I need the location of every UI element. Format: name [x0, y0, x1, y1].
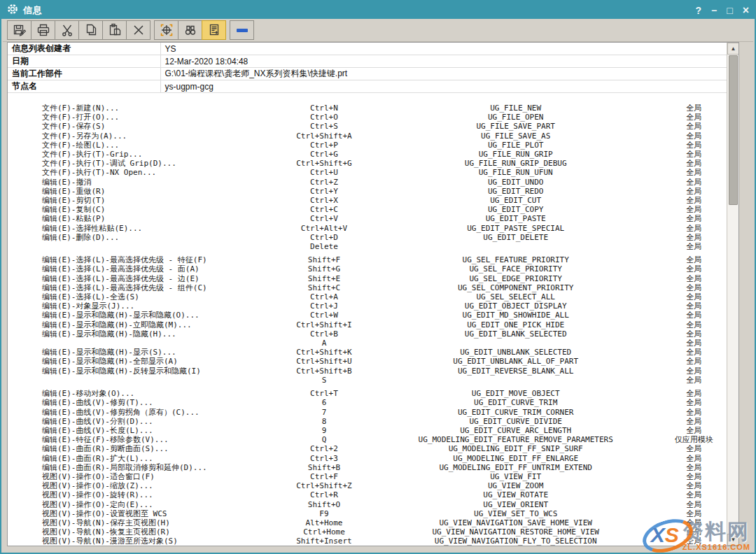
scope-cell: 全局 — [650, 417, 738, 426]
shortcut-key-cell: Ctrl+R — [266, 490, 382, 499]
function-name-cell: UG_FILE_RUN_UFUN — [382, 168, 650, 177]
scope-cell: 全局 — [650, 292, 738, 301]
scope-cell: 全局 — [650, 214, 738, 223]
function-name-cell: UG_EDIT_PASTE_SPECIAL — [382, 224, 650, 233]
menu-path-cell: 文件(F)-执行(T)-NX Open... — [8, 168, 266, 177]
maximize-button[interactable]: □ — [727, 6, 732, 15]
function-name-cell: UG_EDIT_CURVE_TRIM — [382, 398, 650, 407]
info-window: 信息 ? − □ × 信息列表创建者YS日期12-Mar-2020 18:04:… — [0, 0, 756, 554]
function-name-cell: UG_EDIT_UNBLANK_SELECTED — [382, 348, 650, 357]
function-name-cell: UG_EDIT_BLANK_SELECTED — [382, 329, 650, 339]
scope-cell: 全局 — [650, 389, 738, 398]
scope-cell: 全局 — [650, 264, 738, 274]
menu-path-cell: 编辑(E)-显示和隐藏(H)-显示和隐藏(O)... — [8, 311, 266, 320]
shortcut-key-cell: Shift+C — [266, 283, 382, 292]
shortcut-key-cell: 6 — [266, 398, 382, 407]
shortcut-row: 编辑(E)-撤消Ctrl+ZUG_EDIT_UNDO全局 — [8, 178, 738, 187]
shortcut-row: 文件(F)-打开(O)...Ctrl+OUG_FILE_OPEN全局 — [8, 113, 738, 122]
shortcut-row: 编辑(E)-选择性粘贴(E)...Ctrl+Alt+VUG_EDIT_PASTE… — [8, 224, 738, 233]
shortcut-row: 视图(V)-操作(O)-缩放(Z)...Ctrl+Shift+ZUG_VIEW_… — [8, 481, 738, 490]
menu-path-cell: 文件(F)-执行(T)-Grip... — [8, 150, 266, 159]
save-file-button[interactable] — [7, 20, 31, 40]
shortcut-row: 文件(F)-执行(T)-Grip...Ctrl+GUG_FILE_RUN_GRI… — [8, 150, 738, 159]
shortcut-key-cell: Ctrl+Shift+U — [266, 357, 382, 366]
scope-cell: 全局 — [650, 348, 738, 357]
menu-path-cell: 编辑(E)-显示和隐藏(H)-隐藏(H)... — [8, 329, 266, 339]
shortcut-key-cell: Shift+E — [266, 274, 382, 283]
menu-path-cell: 文件(F)-打开(O)... — [8, 113, 266, 122]
info-value: YS — [160, 43, 738, 55]
find-button[interactable] — [178, 20, 202, 40]
shortcut-row: 视图(V)-操作(O)-设置视图至 WCSF9UG_VIEW_SET_TO_WC… — [8, 509, 738, 518]
shortcut-row: 编辑(E)-删除(D)...Ctrl+DUG_EDIT_DELETE全局 — [8, 233, 738, 242]
shortcut-key-cell: F9 — [266, 509, 382, 518]
close-button[interactable]: × — [743, 5, 749, 16]
menu-path-cell: 编辑(E)-选择性粘贴(E)... — [8, 224, 266, 233]
info-rows: 信息列表创建者YS日期12-Mar-2020 18:04:48当前工作部件G:\… — [8, 43, 738, 93]
scope-cell: 仅应用模块 — [650, 435, 738, 444]
info-row: 日期12-Mar-2020 18:04:48 — [8, 55, 738, 68]
shortcut-key-cell: 9 — [266, 426, 382, 435]
function-name-cell: UG_EDIT_DELETE — [382, 233, 650, 242]
help-button[interactable]: ? — [695, 6, 701, 15]
function-name-cell: UG_MODELING_EDIT_FF_SNIP_SURF — [382, 444, 650, 453]
menu-path-cell: 编辑(E)-曲线(V)-修剪(T)... — [8, 398, 266, 407]
delete-button[interactable] — [126, 20, 150, 40]
scope-cell: 全局 — [650, 283, 738, 292]
dash-button[interactable] — [230, 20, 254, 40]
function-name-cell: UG_MODELING_EDIT_FEATURE_REMOVE_PARAMETE… — [382, 435, 650, 444]
menu-path-cell: 视图(V)-操作(O)-定向(E)... — [8, 500, 266, 509]
shortcut-row: 编辑(E)-曲面(R)-局部取消修剪和延伸(D)...Shift+BUG_MOD… — [8, 463, 738, 472]
scroll-up-button[interactable]: ▲ — [727, 43, 739, 55]
scope-cell: 全局 — [650, 472, 738, 481]
scope-cell: 全局 — [650, 301, 738, 311]
vertical-scrollbar[interactable]: ▲ ▼ — [727, 43, 738, 546]
copy-button[interactable] — [78, 20, 103, 40]
shortcut-row: 编辑(E)-显示和隐藏(H)-隐藏(H)...Ctrl+BUG_EDIT_BLA… — [8, 329, 738, 339]
scope-cell: 全局 — [650, 141, 738, 150]
titlebar[interactable]: 信息 ? − □ × — [1, 1, 755, 19]
shortcut-key-cell: Ctrl+Shift+G — [266, 159, 382, 168]
shortcut-key-cell: Ctrl+S — [266, 122, 382, 131]
shortcut-row: 编辑(E)-曲线(V)-长度(L)...9UG_EDIT_CURVE_ARC_L… — [8, 426, 738, 435]
shortcut-row: S全局 — [8, 376, 738, 385]
shortcut-row: 编辑(E)-显示和隐藏(H)-显示和隐藏(O)...Ctrl+WUG_EDIT_… — [8, 311, 738, 320]
scope-cell: 全局 — [650, 339, 738, 348]
info-row: 信息列表创建者YS — [8, 43, 738, 55]
dash-icon — [237, 29, 248, 32]
shortcut-key-cell: Ctrl+Shift+A — [266, 132, 382, 141]
function-name-cell: UG_EDIT_MOVE_OBJECT — [382, 389, 650, 398]
cut-button[interactable] — [55, 20, 79, 40]
go-to-line-button[interactable] — [202, 20, 226, 40]
minimize-button[interactable]: − — [711, 6, 717, 15]
paste-button[interactable] — [102, 20, 127, 40]
print-button[interactable] — [31, 20, 55, 40]
shortcut-row: 编辑(E)-特征(F)-移除参数(V)...QUG_MODELING_EDIT_… — [8, 435, 738, 444]
shortcut-row: 编辑(E)-曲线(V)-修剪拐角（原有）(C)...7UG_EDIT_CURVE… — [8, 408, 738, 417]
shortcut-key-cell: Ctrl+B — [266, 329, 382, 339]
shortcut-key-cell: Ctrl+W — [266, 311, 382, 320]
function-name-cell: UG_VIEW_ROTATE — [382, 490, 650, 499]
info-label: 节点名 — [8, 80, 160, 93]
scroll-down-button[interactable]: ▼ — [727, 534, 739, 546]
gear-icon — [7, 3, 18, 17]
shortcut-key-cell: Shift+F — [266, 255, 382, 264]
shortcut-key-cell: A — [266, 339, 382, 348]
shortcut-row: 编辑(E)-选择(L)-全选(S)Ctrl+AUG_SEL_SELECT_ALL… — [8, 292, 738, 301]
function-name-cell: UG_SEL_FEATURE_PRIORITY — [382, 255, 650, 264]
shortcut-row: 编辑(E)-选择(L)-最高选择优先级 - 特征(F)Shift+FUG_SEL… — [8, 255, 738, 264]
scrollbar-thumb[interactable] — [729, 55, 738, 205]
scope-cell: 全局 — [650, 426, 738, 435]
locate-button[interactable] — [154, 20, 178, 40]
menu-path-cell: 编辑(E)-选择(L)-最高选择优先级 - 边(E) — [8, 274, 266, 283]
shortcut-row: 视图(V)-操作(O)-旋转(R)...Ctrl+RUG_VIEW_ROTATE… — [8, 490, 738, 499]
scope-cell: 全局 — [650, 104, 738, 113]
shortcut-row: 编辑(E)-对象显示(J)...Ctrl+JUG_EDIT_OBJECT_DIS… — [8, 301, 738, 311]
shortcut-key-cell: Ctrl+V — [266, 214, 382, 223]
scope-cell: 全局 — [650, 205, 738, 214]
shortcut-key-cell: Ctrl+X — [266, 196, 382, 205]
function-name-cell: UG_SEL_EDGE_PRIORITY — [382, 274, 650, 283]
scope-cell: 全局 — [650, 311, 738, 320]
shortcut-key-cell: Ctrl+Y — [266, 187, 382, 196]
function-name-cell: UG_EDIT_REVERSE_BLANK_ALL — [382, 367, 650, 376]
